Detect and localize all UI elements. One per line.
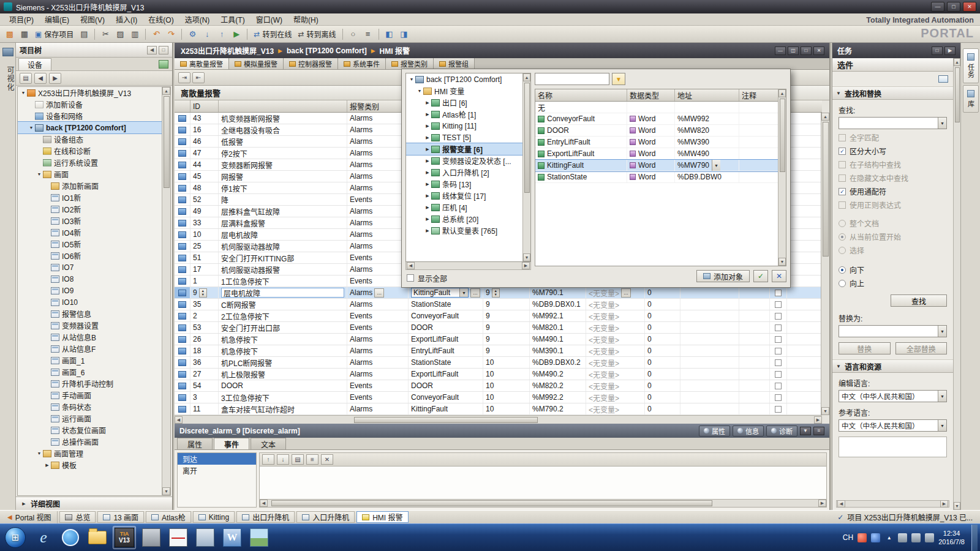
close-button[interactable]: ✕ xyxy=(963,2,976,12)
side-tab-libraries[interactable]: 库 xyxy=(963,85,979,113)
find-option[interactable]: ✓区分大小写 xyxy=(832,143,953,156)
col-name[interactable]: 名称 xyxy=(535,89,627,101)
expand-arrow-icon[interactable]: ▶ xyxy=(21,501,27,506)
popup-tag-row[interactable]: ExportLiftFaultWord%MW490 xyxy=(535,148,778,160)
find-direction-option[interactable]: 向下 xyxy=(832,261,953,275)
find-option[interactable]: 全字匹配 xyxy=(832,129,953,143)
expand-arrow-icon[interactable]: ▶ xyxy=(424,112,431,117)
alarm-row[interactable]: 27机上极限报警AlarmsExportLiftFault10%M490.2<无… xyxy=(175,369,822,380)
tree-item[interactable]: ▼back [TP1200 Comfort] xyxy=(18,122,162,133)
scroll-up-icon[interactable]: ▲ xyxy=(162,87,170,95)
print-button[interactable]: ▤ xyxy=(77,28,91,41)
portal-switch-icon[interactable] xyxy=(2,48,13,56)
tag-filter-input[interactable] xyxy=(535,73,609,85)
tree-item[interactable]: ▼back [TP1200 Comfort] xyxy=(406,73,522,85)
tree-item[interactable]: 在线和诊断 xyxy=(18,145,162,157)
tree-item[interactable]: ▼画面管理 xyxy=(18,448,162,459)
expand-arrow-icon[interactable]: ▶ xyxy=(424,170,431,175)
tree-item[interactable]: 设备和网络 xyxy=(18,110,162,122)
find-button[interactable]: 查找 xyxy=(891,294,947,307)
expand-arrow-icon[interactable]: ▶ xyxy=(424,193,431,198)
tree-item[interactable]: IO10 xyxy=(18,296,162,308)
inspector-tab[interactable]: 属性 xyxy=(177,438,213,449)
alarm-row[interactable]: 36机PLC断网报警AlarmsStationState10%DB9.DBX0.… xyxy=(175,357,822,369)
find-input-combo[interactable]: ▼ xyxy=(839,117,947,129)
paste-button[interactable]: ▥ xyxy=(128,28,141,41)
scroll-left-icon[interactable]: ◀ xyxy=(175,416,183,424)
col-comment[interactable]: 注释 xyxy=(739,89,778,101)
meter-app-taskbar-icon[interactable] xyxy=(194,526,217,549)
bit-spinner[interactable]: ▲▼ xyxy=(492,288,500,298)
portal-button[interactable]: HMI 报警 xyxy=(356,511,408,523)
save-project-button[interactable]: ▣保存项目 xyxy=(32,28,76,41)
scroll-down-icon[interactable]: ▼ xyxy=(821,407,829,415)
find-direction-option[interactable]: 选择 xyxy=(832,242,953,255)
tree-item[interactable]: ▶模板 xyxy=(18,459,162,471)
tree-item[interactable]: ▶Kitting [11] xyxy=(406,120,522,132)
tree-item[interactable]: ▼HMI 变量 xyxy=(406,85,522,97)
editor-tab[interactable]: 系统事件 xyxy=(338,58,386,69)
tree-item[interactable]: ▶压机 [4] xyxy=(406,201,522,213)
plc-app-taskbar-icon[interactable] xyxy=(140,526,163,549)
tree-item[interactable]: IO7 xyxy=(18,261,162,273)
delete-function-icon[interactable]: ✕ xyxy=(321,454,333,465)
alarm-row[interactable]: 53安全门打开出口部EventsDOOR9%M820.1<无变量>0 xyxy=(175,322,822,334)
row-checkbox[interactable] xyxy=(775,394,782,401)
replace-input-combo[interactable]: ▼ xyxy=(839,325,947,337)
scroll-thumb[interactable] xyxy=(780,99,785,172)
row-checkbox[interactable] xyxy=(775,359,782,366)
row-checkbox[interactable] xyxy=(775,406,782,413)
collapse-arrow-icon[interactable]: ▼ xyxy=(28,126,35,130)
collapse-arrow-icon[interactable]: ▼ xyxy=(836,91,841,96)
go-offline-button[interactable]: ⇄转到离线 xyxy=(295,28,338,41)
split-horizontal-button[interactable]: ◧ xyxy=(383,28,396,41)
checkbox-icon[interactable] xyxy=(839,201,846,209)
inspector-collapse-icon[interactable]: ▼ xyxy=(800,427,811,435)
popup-tag-row[interactable]: ConveyorFaultWord%MW992 xyxy=(535,113,778,125)
popup-tag-row[interactable]: KittingFaultWord%MW790▼ xyxy=(535,160,778,171)
browse-button[interactable]: ... xyxy=(621,288,631,298)
scroll-thumb[interactable] xyxy=(955,67,960,122)
replace-input[interactable] xyxy=(839,326,938,336)
languages-section[interactable]: ▼ 语言和资源 xyxy=(832,359,953,373)
alarm-row[interactable]: 26机急停按下AlarmsExportLiftFault9%M490.1<无变量… xyxy=(175,334,822,345)
popup-tag-row[interactable]: EntryLiftFaultWord%MW390 xyxy=(535,137,778,148)
find-replace-section[interactable]: ▼ 查找和替换 xyxy=(832,86,953,100)
editor-split-icon[interactable]: ◫ xyxy=(788,47,799,55)
insert-function-icon[interactable]: ▤ xyxy=(292,454,304,465)
editor-tab[interactable]: 报警类别 xyxy=(386,58,434,69)
add-object-button[interactable]: 添加对象 xyxy=(696,270,750,282)
header-class[interactable]: 报警类别 xyxy=(347,100,409,112)
scroll-down-icon[interactable]: ▼ xyxy=(778,258,786,266)
input-language-indicator[interactable]: CH xyxy=(843,533,853,542)
scope-app-taskbar-icon[interactable] xyxy=(167,526,190,549)
alarm-table-hscrollbar[interactable]: ◀ ▶ xyxy=(175,415,822,424)
tree-item[interactable]: 添加新画面 xyxy=(18,180,162,192)
tree-item[interactable]: ▶TEST [5] xyxy=(406,132,522,143)
portal-button[interactable]: Atlas枪 xyxy=(146,511,191,523)
tray-volume-icon[interactable] xyxy=(925,533,934,542)
radio-icon[interactable] xyxy=(839,233,846,241)
scroll-thumb[interactable] xyxy=(823,122,829,257)
expand-arrow-icon[interactable]: ▶ xyxy=(424,135,431,140)
tray-help-icon[interactable] xyxy=(871,533,880,542)
checkbox-icon[interactable]: ✓ xyxy=(839,148,846,155)
scroll-left-icon[interactable]: ◀ xyxy=(837,500,845,508)
header-id[interactable]: ID xyxy=(190,100,219,112)
details-view-bar[interactable]: ▶ 详细视图 xyxy=(16,497,172,510)
cross-reference-button[interactable]: ≡ xyxy=(361,28,375,41)
editor-close-icon[interactable]: ✕ xyxy=(813,47,824,55)
popup-table-scrollbar[interactable]: ▲ ▼ xyxy=(778,89,786,266)
row-checkbox[interactable] xyxy=(775,383,782,389)
tree-item[interactable]: ▶入口升降机 [2] xyxy=(406,167,522,178)
popup-tree-hscrollbar[interactable]: ◀ ▶ xyxy=(405,262,531,270)
ie-taskbar-icon[interactable]: e xyxy=(32,526,55,549)
tree-item[interactable]: 添加新设备 xyxy=(18,99,162,110)
menu-item[interactable]: 项目(P) xyxy=(4,13,39,26)
alarm-row[interactable]: 33工位急停按下EventsConveyorFault10%M992.2<无变量… xyxy=(175,392,822,403)
row-checkbox[interactable] xyxy=(775,348,782,354)
tree-item[interactable]: 变频器设置 xyxy=(18,320,162,331)
diagnostics-button[interactable]: 诊断 xyxy=(766,425,797,437)
cut-button[interactable]: ✂ xyxy=(99,28,112,41)
scroll-thumb[interactable] xyxy=(164,96,170,188)
